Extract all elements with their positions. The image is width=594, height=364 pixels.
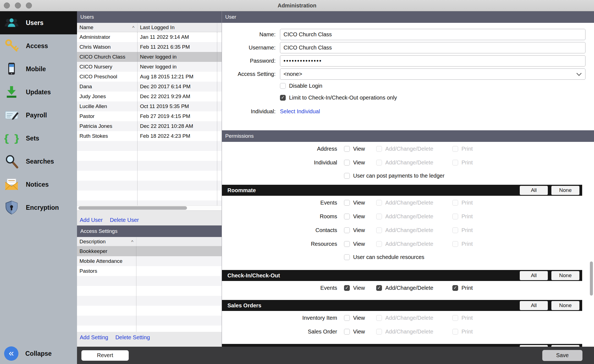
view-checkbox[interactable] (344, 227, 350, 233)
user-last-logged-in-cell: Feb 18 2022 4:23 PM (138, 133, 217, 139)
view-checkbox[interactable] (344, 329, 350, 335)
sidebar-item[interactable]: Access (0, 34, 77, 57)
add-change-delete-checkbox[interactable] (376, 315, 382, 321)
setting-table-row[interactable]: Mobile Attendance (77, 256, 222, 266)
user-table-row[interactable]: CICO Preschool Aug 18 2015 12:21 PM (77, 72, 222, 82)
minimize-window-button[interactable] (15, 2, 21, 9)
user-name-cell: Dana (77, 84, 138, 90)
sidebar-item[interactable]: Encryption (0, 196, 77, 219)
sidebar-item-label: Encryption (26, 204, 59, 211)
password-input[interactable] (280, 55, 585, 67)
setting-table-row[interactable]: Pastors (77, 266, 222, 276)
users-horizontal-scrollbar[interactable] (77, 205, 222, 211)
print-checkbox[interactable] (452, 285, 458, 291)
select-individual-link[interactable]: Select Individual (280, 108, 320, 115)
payments-permission-row: User can post payments to the ledger (222, 169, 594, 182)
roommate-all-button[interactable]: All (520, 186, 548, 195)
delete-user-button[interactable]: Delete User (110, 217, 139, 223)
setting-table-row[interactable]: Bookkeeper (77, 246, 222, 256)
add-setting-button[interactable]: Add Setting (80, 334, 108, 341)
sidebar-item[interactable]: Searches (0, 150, 77, 173)
schedule-resources-checkbox[interactable] (344, 254, 350, 260)
permission-row: Events View Add/Change/Delete (222, 281, 594, 295)
user-table-row[interactable]: CICO Nursery Never logged in (77, 62, 222, 72)
user-table-row[interactable]: Pastor Feb 27 2019 4:15 PM (77, 111, 222, 121)
print-checkbox[interactable] (452, 329, 458, 335)
view-checkbox[interactable] (344, 241, 350, 247)
checkin-all-button[interactable]: All (520, 271, 548, 280)
add-change-delete-checkbox[interactable] (376, 241, 382, 247)
settings-col-description[interactable]: Description ^ (77, 237, 136, 246)
print-checkbox[interactable] (452, 146, 458, 152)
print-checkbox[interactable] (452, 315, 458, 321)
add-change-delete-checkbox[interactable] (376, 227, 382, 233)
revert-button[interactable]: Revert (81, 350, 129, 361)
sales-none-button[interactable]: None (551, 301, 579, 310)
settings-table-header: Description ^ (77, 237, 222, 246)
cutoff-all-button[interactable] (520, 345, 548, 347)
sidebar-item[interactable]: Notices (0, 173, 77, 196)
username-input[interactable] (280, 42, 585, 53)
sidebar-item[interactable]: { } Sets (0, 127, 77, 150)
user-table-row[interactable]: Chris Watson Feb 11 2021 6:35 PM (77, 42, 222, 52)
print-checkbox[interactable] (452, 214, 458, 219)
vertical-scrollbar-thumb[interactable] (590, 261, 593, 296)
add-change-delete-checkbox[interactable] (376, 214, 382, 219)
add-change-delete-checkbox[interactable] (376, 285, 382, 291)
user-table-row[interactable]: Ruth Stokes Feb 18 2022 4:23 PM (77, 131, 222, 141)
view-checkbox[interactable] (344, 285, 350, 291)
save-button[interactable]: Save (542, 350, 582, 361)
post-payments-checkbox[interactable] (344, 173, 350, 179)
cutoff-none-button[interactable] (551, 345, 579, 347)
roommate-none-button[interactable]: None (551, 186, 579, 195)
user-table-row[interactable]: Dana Dec 20 2017 6:14 PM (77, 82, 222, 92)
print-checkbox[interactable] (452, 227, 458, 233)
zoom-window-button[interactable] (26, 2, 32, 9)
sidebar-collapse-button[interactable]: « Collapse (4, 346, 52, 361)
view-checkbox[interactable] (344, 146, 350, 152)
disable-login-checkbox[interactable] (280, 83, 286, 89)
add-change-delete-checkbox[interactable] (376, 329, 382, 335)
sidebar-item[interactable]: Mobile (0, 57, 77, 81)
sales-all-button[interactable]: All (520, 301, 548, 310)
user-table-row[interactable]: Judy Jones Dec 22 2021 9:29 AM (77, 92, 222, 101)
permission-row-label: Rooms (222, 213, 337, 220)
print-checkbox[interactable] (452, 200, 458, 206)
access-setting-select[interactable]: <none> (280, 68, 585, 80)
sidebar-item[interactable]: Users (0, 11, 77, 34)
sidebar-item[interactable]: Updates (0, 81, 77, 104)
search-icon (4, 154, 19, 169)
user-table-row[interactable]: Lucille Allen Oct 11 2019 5:35 PM (77, 101, 222, 111)
permission-row-label: Address (222, 146, 337, 152)
add-change-delete-checkbox[interactable] (376, 160, 382, 166)
sidebar-item[interactable]: Payroll (0, 104, 77, 127)
add-user-button[interactable]: Add User (80, 217, 103, 223)
permission-row: Resources View Add/Change/Delete (222, 237, 594, 251)
users-col-last-logged-in[interactable]: Last Logged In (138, 23, 217, 32)
hscroll-thumb[interactable] (78, 206, 187, 210)
schedule-resources-label: User can schedule resources (353, 254, 424, 260)
schedule-permission-row: User can schedule resources (222, 251, 594, 263)
view-checkbox[interactable] (344, 200, 350, 206)
user-table-row[interactable]: Administrator Jan 11 2022 9:14 AM (77, 32, 222, 42)
limit-checkin-label: Limit to Check-In/Check-Out operations o… (289, 95, 397, 101)
download-icon (4, 85, 19, 100)
user-last-logged-in-cell: Feb 27 2019 4:15 PM (138, 113, 217, 119)
print-checkbox[interactable] (452, 160, 458, 166)
view-checkbox[interactable] (344, 160, 350, 166)
delete-setting-button[interactable]: Delete Setting (115, 334, 150, 341)
user-table-row[interactable]: Patricia Jones Dec 22 2021 10:28 AM (77, 121, 222, 131)
user-last-logged-in-cell: Never logged in (138, 54, 217, 60)
add-change-delete-checkbox[interactable] (376, 146, 382, 152)
view-checkbox[interactable] (344, 214, 350, 219)
limit-checkin-checkbox[interactable] (280, 95, 286, 101)
checkin-none-button[interactable]: None (551, 271, 579, 280)
add-change-delete-checkbox[interactable] (376, 200, 382, 206)
user-table-row[interactable]: CICO Church Class Never logged in (77, 52, 222, 62)
users-col-name[interactable]: Name ^ (77, 23, 138, 32)
close-window-button[interactable] (4, 2, 10, 9)
collapse-label: Collapse (25, 350, 52, 357)
view-checkbox[interactable] (344, 315, 350, 321)
print-checkbox[interactable] (452, 241, 458, 247)
name-input[interactable] (280, 29, 585, 40)
